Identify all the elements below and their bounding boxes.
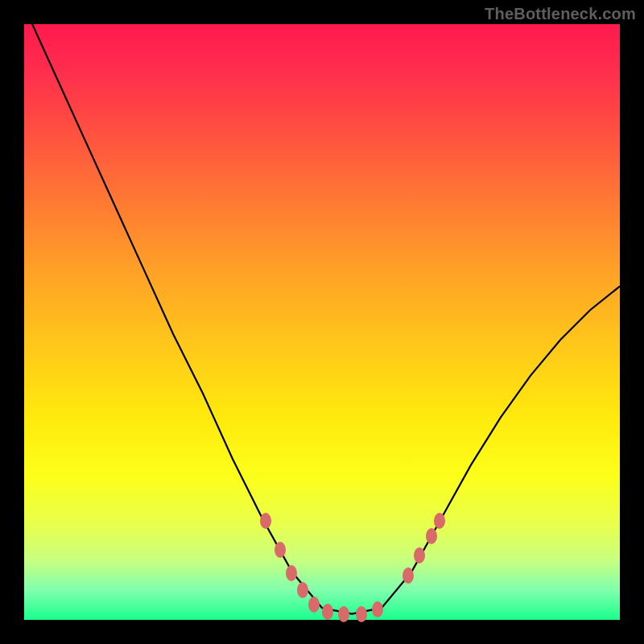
data-marker: [297, 582, 308, 598]
curve-path: [24, 24, 620, 614]
data-marker: [260, 513, 271, 529]
chart-frame: TheBottleneck.com: [0, 0, 644, 644]
data-marker: [286, 565, 297, 581]
data-marker: [322, 604, 333, 620]
watermark-text: TheBottleneck.com: [485, 5, 636, 23]
data-marker: [275, 542, 286, 558]
plot-area: [24, 24, 620, 620]
data-marker: [414, 547, 425, 564]
data-marker: [338, 606, 349, 622]
data-marker: [308, 597, 320, 613]
data-marker: [426, 528, 437, 544]
data-marker: [356, 606, 367, 622]
curve-svg: [24, 24, 620, 620]
data-marker: [434, 513, 445, 529]
data-marker: [402, 568, 414, 584]
data-marker: [372, 601, 383, 617]
